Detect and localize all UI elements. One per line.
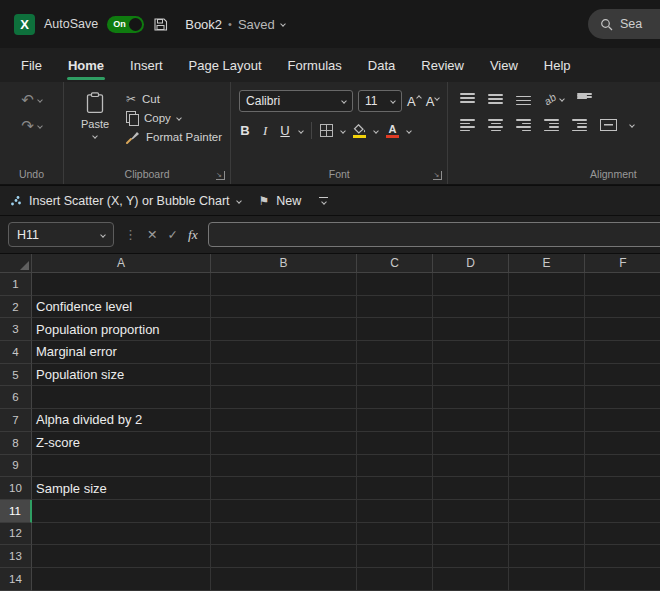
orientation-button[interactable]: ab xyxy=(544,93,564,105)
cell-F2[interactable] xyxy=(585,296,660,319)
cell-B13[interactable] xyxy=(211,545,357,568)
row-header-9[interactable]: 9 xyxy=(0,455,32,478)
cell-E1[interactable] xyxy=(509,273,585,296)
row-header-2[interactable]: 2 xyxy=(0,296,32,319)
cell-A13[interactable] xyxy=(32,545,211,568)
cell-D3[interactable] xyxy=(433,318,509,341)
cell-E9[interactable] xyxy=(509,455,585,478)
cell-F6[interactable] xyxy=(585,386,660,409)
redo-button[interactable]: ↷ xyxy=(21,118,42,133)
cell-C12[interactable] xyxy=(357,523,433,546)
align-center-button[interactable] xyxy=(488,119,503,131)
cell-F10[interactable] xyxy=(585,477,660,500)
enter-button[interactable]: ✓ xyxy=(167,227,177,242)
align-top-button[interactable] xyxy=(460,93,475,105)
column-header-F[interactable]: F xyxy=(585,254,660,273)
cell-E4[interactable] xyxy=(509,341,585,364)
search-box[interactable]: Sea xyxy=(588,9,660,39)
row-header-4[interactable]: 4 xyxy=(0,341,32,364)
underline-button[interactable]: U xyxy=(279,123,291,138)
cell-D6[interactable] xyxy=(433,386,509,409)
cell-C3[interactable] xyxy=(357,318,433,341)
cell-C13[interactable] xyxy=(357,545,433,568)
cell-F8[interactable] xyxy=(585,432,660,455)
cell-D12[interactable] xyxy=(433,523,509,546)
cell-A2[interactable]: Confidence level xyxy=(32,296,211,319)
select-all-corner[interactable] xyxy=(0,254,32,273)
menu-tab-page-layout[interactable]: Page Layout xyxy=(176,48,275,82)
cell-A6[interactable] xyxy=(32,386,211,409)
cell-A11[interactable] xyxy=(32,500,211,523)
row-header-12[interactable]: 12 xyxy=(0,523,32,546)
cell-B10[interactable] xyxy=(211,477,357,500)
cell-C5[interactable] xyxy=(357,364,433,387)
cell-D5[interactable] xyxy=(433,364,509,387)
cell-C14[interactable] xyxy=(357,568,433,591)
italic-button[interactable]: I xyxy=(259,123,271,139)
format-painter-button[interactable]: Format Painter xyxy=(126,130,222,144)
cell-D8[interactable] xyxy=(433,432,509,455)
save-button[interactable] xyxy=(153,17,168,32)
cell-C4[interactable] xyxy=(357,341,433,364)
cell-B7[interactable] xyxy=(211,409,357,432)
cell-A4[interactable]: Marginal error xyxy=(32,341,211,364)
paste-button[interactable]: Paste xyxy=(72,90,118,166)
document-title[interactable]: Book2 • Saved xyxy=(185,17,285,32)
cell-B6[interactable] xyxy=(211,386,357,409)
insert-scatter-chart-button[interactable]: Insert Scatter (X, Y) or Bubble Chart xyxy=(10,194,241,208)
decrease-font-size-button[interactable]: A xyxy=(426,94,440,109)
autosave-toggle[interactable]: On xyxy=(107,16,144,33)
increase-indent-button[interactable] xyxy=(572,119,587,131)
font-size-select[interactable]: 11 xyxy=(358,90,402,112)
wrap-text-button[interactable] xyxy=(577,93,592,105)
cell-A14[interactable] xyxy=(32,568,211,591)
align-right-button[interactable] xyxy=(516,119,531,131)
cell-D13[interactable] xyxy=(433,545,509,568)
cell-D11[interactable] xyxy=(433,500,509,523)
insert-function-button[interactable]: fx xyxy=(188,227,198,243)
cell-B5[interactable] xyxy=(211,364,357,387)
cell-D14[interactable] xyxy=(433,568,509,591)
font-name-select[interactable]: Calibri xyxy=(239,90,353,112)
row-header-3[interactable]: 3 xyxy=(0,318,32,341)
cell-D4[interactable] xyxy=(433,341,509,364)
copy-button[interactable]: Copy xyxy=(126,111,222,124)
cell-F9[interactable] xyxy=(585,455,660,478)
align-bottom-button[interactable] xyxy=(516,93,531,105)
cell-C6[interactable] xyxy=(357,386,433,409)
menu-tab-review[interactable]: Review xyxy=(408,48,477,82)
cell-F12[interactable] xyxy=(585,523,660,546)
cell-B9[interactable] xyxy=(211,455,357,478)
menu-tab-data[interactable]: Data xyxy=(355,48,408,82)
cell-D10[interactable] xyxy=(433,477,509,500)
cell-C2[interactable] xyxy=(357,296,433,319)
cell-D1[interactable] xyxy=(433,273,509,296)
cell-E7[interactable] xyxy=(509,409,585,432)
font-color-button[interactable]: A xyxy=(386,124,399,138)
cell-E8[interactable] xyxy=(509,432,585,455)
cell-C8[interactable] xyxy=(357,432,433,455)
cell-C7[interactable] xyxy=(357,409,433,432)
cell-B4[interactable] xyxy=(211,341,357,364)
fill-color-button[interactable] xyxy=(353,124,366,138)
cell-A7[interactable]: Alpha divided by 2 xyxy=(32,409,211,432)
cell-A9[interactable] xyxy=(32,455,211,478)
cell-E11[interactable] xyxy=(509,500,585,523)
cell-A12[interactable] xyxy=(32,523,211,546)
cell-F7[interactable] xyxy=(585,409,660,432)
cell-E5[interactable] xyxy=(509,364,585,387)
row-header-8[interactable]: 8 xyxy=(0,432,32,455)
cell-E13[interactable] xyxy=(509,545,585,568)
cell-B14[interactable] xyxy=(211,568,357,591)
cell-F11[interactable] xyxy=(585,500,660,523)
cell-D7[interactable] xyxy=(433,409,509,432)
cut-button[interactable]: ✂ Cut xyxy=(126,93,222,105)
cell-A10[interactable]: Sample size xyxy=(32,477,211,500)
cell-B12[interactable] xyxy=(211,523,357,546)
cell-D9[interactable] xyxy=(433,455,509,478)
cell-D2[interactable] xyxy=(433,296,509,319)
cell-C1[interactable] xyxy=(357,273,433,296)
undo-button[interactable]: ↶ xyxy=(21,92,42,107)
menu-tab-view[interactable]: View xyxy=(477,48,531,82)
cell-F13[interactable] xyxy=(585,545,660,568)
